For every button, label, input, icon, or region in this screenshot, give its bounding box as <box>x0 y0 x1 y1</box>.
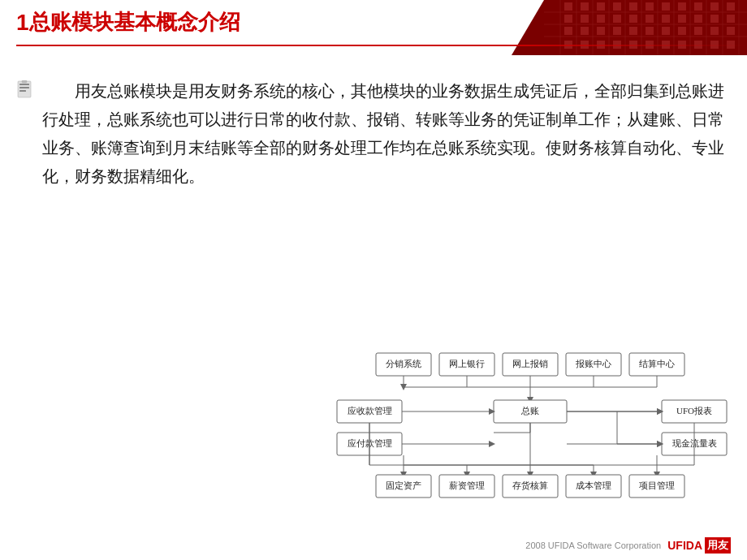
svg-rect-31 <box>629 15 637 23</box>
box-ufo: UFO报表 <box>662 400 727 423</box>
slide: 1 总账模块基本概念介绍 用友总账模块是用友财务系统的核心，其他模块的业务数据生… <box>0 0 747 560</box>
box-chhs: 存货核算 <box>503 475 558 498</box>
svg-text:分销系统: 分销系统 <box>386 359 421 368</box>
svg-rect-18 <box>597 2 605 11</box>
svg-rect-48 <box>727 27 735 35</box>
svg-rect-39 <box>581 27 589 35</box>
title-bar: 1 总账模块基本概念介绍 <box>16 8 240 37</box>
svg-rect-25 <box>710 2 719 11</box>
svg-text:存货核算: 存货核算 <box>512 480 548 490</box>
svg-rect-20 <box>629 2 637 11</box>
svg-rect-46 <box>694 27 702 35</box>
logo-ufida-text: UFIDA <box>667 539 702 552</box>
svg-rect-26 <box>727 2 735 11</box>
box-xmgl: 项目管理 <box>629 475 684 498</box>
svg-rect-44 <box>662 27 670 35</box>
top-decoration <box>512 0 747 55</box>
svg-rect-42 <box>629 27 637 35</box>
svg-text:报账中心: 报账中心 <box>575 359 611 368</box>
svg-rect-29 <box>597 15 605 23</box>
svg-rect-28 <box>581 15 589 23</box>
title-number: 1 <box>16 10 29 36</box>
svg-rect-24 <box>694 2 702 11</box>
svg-text:UFO报表: UFO报表 <box>676 406 712 416</box>
svg-text:结算中心: 结算中心 <box>639 359 675 368</box>
svg-rect-27 <box>564 15 572 23</box>
svg-rect-63 <box>19 90 26 92</box>
svg-rect-41 <box>613 27 621 35</box>
diagram-svg: .box rect { fill: white; stroke: #666; s… <box>333 345 731 519</box>
box-zz: 总账 <box>494 400 567 423</box>
bullet-icon <box>16 80 34 98</box>
svg-rect-62 <box>19 87 29 88</box>
svg-rect-23 <box>678 2 686 11</box>
box-jszx: 结算中心 <box>629 353 684 376</box>
svg-rect-22 <box>662 2 670 11</box>
footer-logo: UFIDA 用友 <box>667 537 731 554</box>
box-wsyh: 网上银行 <box>439 353 494 376</box>
box-xzgl: 薪资管理 <box>439 475 494 498</box>
box-yskgl: 应收款管理 <box>337 400 402 423</box>
footer: 2008 UFIDA Software Corporation UFIDA 用友 <box>525 537 731 554</box>
svg-text:项目管理: 项目管理 <box>639 480 675 490</box>
svg-rect-40 <box>597 27 605 35</box>
svg-rect-33 <box>662 15 670 23</box>
svg-rect-35 <box>694 15 702 23</box>
svg-rect-43 <box>646 27 654 35</box>
svg-rect-19 <box>613 2 621 11</box>
svg-text:网上银行: 网上银行 <box>449 359 485 368</box>
svg-text:应收款管理: 应收款管理 <box>348 406 392 416</box>
svg-rect-17 <box>581 2 589 11</box>
flow-diagram: .box rect { fill: white; stroke: #666; s… <box>333 345 731 519</box>
svg-rect-37 <box>727 15 735 23</box>
svg-rect-45 <box>678 27 686 35</box>
svg-rect-47 <box>710 27 719 35</box>
svg-rect-64 <box>22 80 27 83</box>
svg-rect-21 <box>646 2 654 11</box>
svg-text:薪资管理: 薪资管理 <box>449 480 485 490</box>
svg-rect-38 <box>564 27 572 35</box>
box-bzzx: 报账中心 <box>566 353 621 376</box>
box-wsbx: 网上报销 <box>503 353 558 376</box>
svg-rect-61 <box>19 84 29 85</box>
svg-rect-16 <box>564 2 572 11</box>
svg-text:总账: 总账 <box>520 406 539 416</box>
svg-rect-32 <box>646 15 654 23</box>
box-fxxt: 分销系统 <box>376 353 431 376</box>
svg-text:成本管理: 成本管理 <box>576 480 611 490</box>
box-cbgl: 成本管理 <box>566 475 621 498</box>
svg-text:固定资产: 固定资产 <box>386 480 421 490</box>
logo-chinese-text: 用友 <box>705 537 731 554</box>
copyright-text: 2008 UFIDA Software Corporation <box>525 541 661 550</box>
title-text: 总账模块基本概念介绍 <box>29 8 240 37</box>
content-area: 用友总账模块是用友财务系统的核心，其他模块的业务数据生成凭证后，全部归集到总账进… <box>16 57 731 528</box>
svg-text:网上报销: 网上报销 <box>512 359 548 368</box>
svg-rect-30 <box>613 15 621 23</box>
title-underline <box>16 45 747 46</box>
box-gdzy: 固定资产 <box>376 475 431 498</box>
main-paragraph: 用友总账模块是用友财务系统的核心，其他模块的业务数据生成凭证后，全部归集到总账进… <box>16 77 731 191</box>
paragraph-text: 用友总账模块是用友财务系统的核心，其他模块的业务数据生成凭证后，全部归集到总账进… <box>42 77 731 191</box>
svg-rect-34 <box>678 15 686 23</box>
svg-rect-36 <box>710 15 719 23</box>
